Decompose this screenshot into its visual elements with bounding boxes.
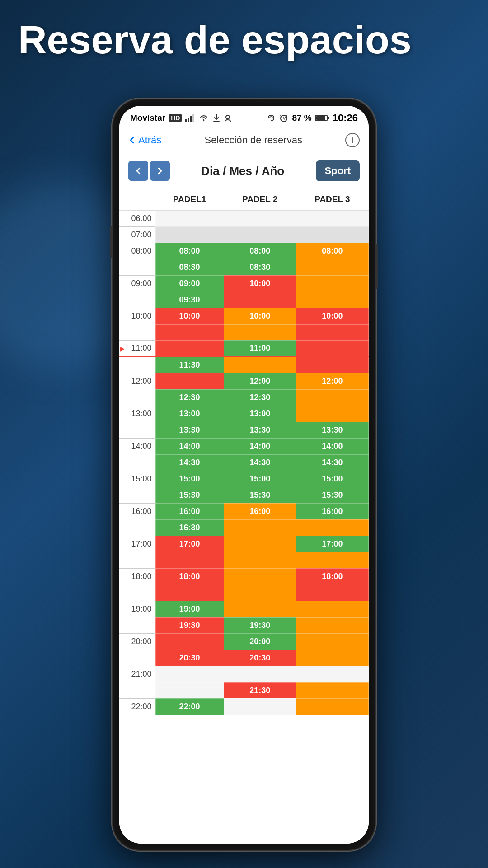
schedule-cell[interactable]: 18:00 [155,568,224,585]
col-padel1: PADEL1 [155,189,224,210]
table-row: 07:00 [119,226,369,243]
prev-date-button[interactable] [128,161,148,181]
back-button[interactable]: Atrás [128,134,161,146]
schedule-cell[interactable]: 13:30 [155,422,224,438]
schedule-cell[interactable]: 15:30 [155,487,224,503]
schedule-cell [296,682,368,698]
schedule-cell[interactable]: 15:00 [296,471,368,487]
schedule-cell[interactable]: 08:00 [155,243,224,259]
schedule-cell[interactable]: 14:30 [155,454,224,471]
time-label: 10:00 [119,308,155,324]
carrier-label: Movistar [130,113,165,123]
nav-arrows [128,161,170,181]
svg-rect-0 [185,119,187,122]
nav-bar: Atrás Selección de reservas i [119,127,369,153]
schedule-cell[interactable]: 13:00 [224,406,296,422]
schedule-cell[interactable]: 16:30 [155,519,224,536]
schedule-cell[interactable]: 19:30 [155,617,224,633]
prev-arrow-icon [135,166,141,175]
nav-title: Selección de reservas [161,134,345,146]
schedule-cell[interactable]: 15:30 [296,487,368,503]
schedule-cell[interactable]: 10:00 [224,275,296,292]
schedule-cell [224,568,296,585]
schedule-cell[interactable]: 10:00 [296,308,368,324]
schedule-cell[interactable]: 13:30 [296,422,368,438]
sport-button[interactable]: Sport [316,160,360,181]
svg-rect-1 [188,118,189,122]
schedule-cell[interactable]: 20:30 [224,650,296,666]
time-label: 08:00 [119,243,155,259]
schedule-cell[interactable]: 16:00 [224,503,296,519]
table-row: 21:30 [119,682,369,698]
nfc-icon [267,113,276,123]
schedule-cell [155,226,224,243]
schedule-cell[interactable]: 12:00 [224,373,296,389]
schedule-cell[interactable]: 15:00 [155,471,224,487]
schedule-cell[interactable]: 14:00 [224,438,296,454]
next-date-button[interactable] [150,161,170,181]
time-label [119,259,155,275]
schedule-cell[interactable]: 12:30 [155,389,224,406]
schedule-cell[interactable]: 17:00 [155,536,224,552]
schedule-cell [224,585,296,601]
schedule-cell[interactable]: 08:30 [155,259,224,275]
table-row: 17:0017:0017:00 [119,536,369,552]
table-row: 15:0015:0015:0015:00 [119,471,369,487]
schedule-cell [296,259,368,275]
schedule-cell[interactable]: 16:00 [296,503,368,519]
schedule-cell[interactable]: 15:30 [224,487,296,503]
schedule-cell[interactable]: 09:30 [155,292,224,308]
table-row: 10:0010:0010:0010:00 [119,308,369,324]
schedule-cell[interactable]: 12:00 [296,373,368,389]
table-row: 06:00 [119,210,369,226]
schedule-cell[interactable]: 11:30 [155,357,224,373]
schedule-cell[interactable]: 19:00 [155,601,224,617]
schedule-cell[interactable]: 08:00 [296,243,368,259]
schedule-cell[interactable]: 16:00 [155,503,224,519]
schedule-cell[interactable]: 08:30 [224,259,296,275]
time-label: 11:00 [119,340,155,357]
time-label [119,552,155,568]
schedule-cell [155,552,224,568]
time-label [119,454,155,471]
sim-icon [224,113,231,123]
schedule-cell[interactable]: 19:30 [224,617,296,633]
schedule-cell [296,698,368,715]
schedule-cell[interactable]: 20:00 [224,633,296,650]
schedule-cell[interactable]: 15:00 [224,471,296,487]
next-arrow-icon [157,166,163,175]
table-row: 20:3020:30 [119,650,369,666]
schedule-cell[interactable]: 12:30 [224,389,296,406]
schedule-cell[interactable]: 21:30 [224,682,296,698]
table-row: 14:0014:0014:0014:00 [119,438,369,454]
schedule-cell[interactable]: 14:30 [296,454,368,471]
schedule-cell[interactable]: 11:00 [224,340,296,357]
schedule-cell[interactable]: 22:00 [155,698,224,715]
schedule-cell[interactable]: 14:00 [296,438,368,454]
svg-rect-9 [328,117,329,119]
schedule-cell[interactable]: 18:00 [296,568,368,585]
schedule-cell[interactable]: 09:00 [155,275,224,292]
schedule-cell[interactable]: 20:30 [155,650,224,666]
schedule-cell[interactable]: 10:00 [155,308,224,324]
schedule-cell[interactable]: 10:00 [224,308,296,324]
info-icon: i [351,136,353,145]
time-label: 06:00 [119,210,155,226]
schedule-cell [224,324,296,340]
schedule-cell[interactable]: 08:00 [224,243,296,259]
table-row: 16:0016:0016:0016:00 [119,503,369,519]
info-button[interactable]: i [345,133,360,147]
page-title: Reserva de espacios [18,18,470,62]
download-icon [212,113,221,123]
time-label: 22:00 [119,698,155,715]
time-label: 15:00 [119,471,155,487]
app-content[interactable]: Dia / Mes / Año Sport PADEL1 PADEL 2 PAD… [119,153,369,844]
schedule-cell [224,552,296,568]
schedule-cell[interactable]: 14:00 [155,438,224,454]
schedule-table: PADEL1 PADEL 2 PADEL 3 06:0007:0008:0008… [119,189,369,715]
schedule-cell[interactable]: 13:30 [224,422,296,438]
schedule-cell[interactable]: 13:00 [155,406,224,422]
schedule-cell[interactable]: 14:30 [224,454,296,471]
table-row [119,585,369,601]
schedule-cell[interactable]: 17:00 [296,536,368,552]
